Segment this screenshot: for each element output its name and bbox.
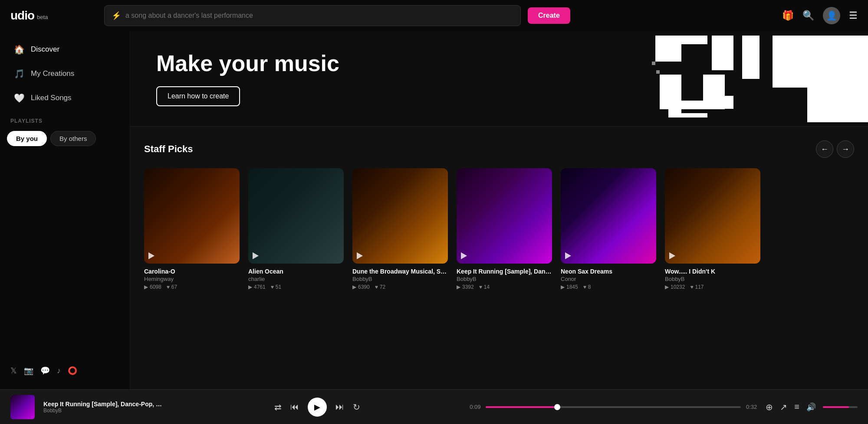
- card-plays: ▶ 4761: [248, 284, 266, 290]
- card-likes: ♥ 51: [271, 284, 281, 290]
- avatar[interactable]: 👤: [823, 7, 840, 24]
- twitter-icon[interactable]: 𝕏: [10, 366, 17, 375]
- logo[interactable]: udio beta: [10, 9, 97, 23]
- play-triangle-icon: [461, 252, 467, 259]
- card-thumbnail: [248, 168, 344, 264]
- share-button[interactable]: ↗: [780, 402, 787, 412]
- next-button[interactable]: →: [837, 140, 854, 158]
- player-thumbnail: [10, 395, 35, 419]
- card-artist: Conor: [561, 276, 656, 282]
- player-info: Keep It Running [Sample], Dance-Pop, Nu-…: [43, 401, 165, 414]
- progress-area: 0:09 0:32: [470, 404, 757, 410]
- search-bar: ⚡: [104, 5, 521, 26]
- card-likes: ♥ 72: [375, 284, 385, 290]
- heart-count-icon: ♥: [271, 284, 274, 290]
- total-time: 0:32: [746, 404, 757, 410]
- search-icon[interactable]: 🔍: [802, 10, 814, 21]
- play-count-icon: ▶: [561, 284, 565, 290]
- play-count: 6390: [358, 284, 370, 290]
- sidebar: 🏠 Discover 🎵 My Creations 🤍 Liked Songs …: [0, 31, 130, 389]
- like-count: 14: [484, 284, 490, 290]
- play-triangle-icon: [148, 252, 155, 259]
- logo-beta: beta: [37, 14, 48, 20]
- card-stats: ▶ 6098 ♥ 67: [144, 284, 240, 290]
- playlist-tabs: By you By others: [0, 131, 130, 146]
- topbar-right: 🎁 🔍 👤 ☰: [782, 7, 858, 24]
- play-triangle-icon: [253, 252, 259, 259]
- prev-button[interactable]: ←: [816, 140, 833, 158]
- sidebar-item-my-creations-label: My Creations: [31, 69, 74, 78]
- sidebar-footer: 𝕏 📷 💬 ♪ ⭕: [0, 359, 130, 382]
- hero-decoration: [564, 31, 868, 126]
- heart-count-icon: ♥: [583, 284, 586, 290]
- play-count-icon: ▶: [457, 284, 460, 290]
- add-to-queue-button[interactable]: ⊕: [766, 402, 773, 412]
- progress-bar[interactable]: [486, 406, 741, 408]
- content-area: Make your music Learn how to create: [130, 31, 868, 389]
- card-thumbnail: [561, 168, 656, 264]
- gift-icon[interactable]: 🎁: [782, 10, 794, 21]
- play-triangle-icon: [669, 252, 675, 259]
- card-stats: ▶ 1845 ♥ 8: [561, 284, 656, 290]
- tab-by-you[interactable]: By you: [7, 131, 47, 146]
- sidebar-item-liked-songs[interactable]: 🤍 Liked Songs: [3, 87, 126, 109]
- sidebar-item-my-creations[interactable]: 🎵 My Creations: [3, 62, 126, 85]
- create-button[interactable]: Create: [528, 7, 570, 24]
- card-plays: ▶ 3392: [457, 284, 474, 290]
- card-thumbnail: [665, 168, 760, 264]
- hero-banner: Make your music Learn how to create: [130, 31, 868, 127]
- shuffle-button[interactable]: ⇄: [274, 402, 282, 412]
- card-title: Alien Ocean: [248, 268, 344, 275]
- staff-picks-section: Staff Picks ← → Carolina-O Hemingway ▶ 6…: [130, 127, 868, 297]
- player-track-title: Keep It Running [Sample], Dance-Pop, Nu-…: [43, 401, 165, 408]
- logo-text: udio: [10, 9, 34, 23]
- heart-count-icon: ♥: [479, 284, 482, 290]
- reddit-icon[interactable]: ⭕: [68, 366, 77, 375]
- card-likes: ♥ 117: [690, 284, 704, 290]
- tiktok-icon[interactable]: ♪: [57, 366, 61, 375]
- like-count: 72: [380, 284, 385, 290]
- player-right: ⊕ ↗ ≡ 🔊: [766, 402, 858, 412]
- volume-bar[interactable]: [823, 406, 858, 408]
- play-count-icon: ▶: [248, 284, 252, 290]
- menu-icon[interactable]: ☰: [849, 10, 858, 21]
- song-card-5[interactable]: Neon Sax Dreams Conor ▶ 1845 ♥ 8: [561, 168, 656, 290]
- song-card-2[interactable]: Alien Ocean charlie ▶ 4761 ♥ 51: [248, 168, 344, 290]
- hero-title: Make your music: [156, 51, 339, 76]
- play-count: 4761: [254, 284, 266, 290]
- play-pause-button[interactable]: ▶: [308, 398, 327, 417]
- song-card-3[interactable]: Dune the Broadway Musical, Sh... BobbyB …: [352, 168, 448, 290]
- card-plays: ▶ 6098: [144, 284, 161, 290]
- play-count-icon: ▶: [144, 284, 148, 290]
- song-card-1[interactable]: Carolina-O Hemingway ▶ 6098 ♥ 67: [144, 168, 240, 290]
- card-stats: ▶ 6390 ♥ 72: [352, 284, 448, 290]
- player-controls: ⇄ ⏮ ▶ ⏭ ↻: [174, 398, 461, 417]
- card-likes: ♥ 67: [167, 284, 177, 290]
- play-count: 3392: [462, 284, 474, 290]
- card-plays: ▶ 10232: [665, 284, 685, 290]
- play-count-icon: ▶: [665, 284, 669, 290]
- topbar: udio beta ⚡ Create 🎁 🔍 👤 ☰: [0, 0, 868, 31]
- song-card-6[interactable]: Wow..... I Didn't K BobbyB ▶ 10232 ♥ 117: [665, 168, 760, 290]
- current-time: 0:09: [470, 404, 480, 410]
- queue-button[interactable]: ≡: [794, 402, 799, 412]
- discord-icon[interactable]: 💬: [40, 366, 50, 375]
- song-card-4[interactable]: Keep It Running [Sample], Danc... BobbyB…: [457, 168, 552, 290]
- card-artist: charlie: [248, 276, 344, 282]
- card-thumbnail: [352, 168, 448, 264]
- search-input[interactable]: [125, 12, 513, 20]
- next-track-button[interactable]: ⏭: [335, 402, 344, 412]
- cards-row: Carolina-O Hemingway ▶ 6098 ♥ 67 Alien O…: [144, 168, 854, 290]
- home-icon: 🏠: [14, 44, 25, 55]
- repeat-button[interactable]: ↻: [353, 402, 360, 412]
- sidebar-item-discover[interactable]: 🏠 Discover: [3, 38, 126, 61]
- tab-by-others[interactable]: By others: [50, 131, 96, 146]
- heart-count-icon: ♥: [690, 284, 693, 290]
- like-count: 8: [588, 284, 591, 290]
- card-title: Wow..... I Didn't K: [665, 268, 760, 275]
- learn-how-button[interactable]: Learn how to create: [156, 86, 240, 106]
- prev-track-button[interactable]: ⏮: [290, 402, 299, 412]
- hero-close-button[interactable]: ✕: [849, 38, 858, 50]
- instagram-icon[interactable]: 📷: [24, 366, 33, 375]
- card-stats: ▶ 4761 ♥ 51: [248, 284, 344, 290]
